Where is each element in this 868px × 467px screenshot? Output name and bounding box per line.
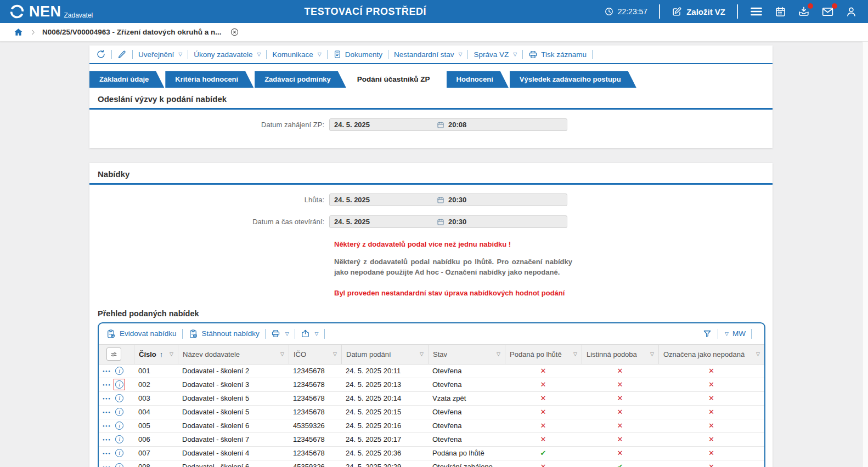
cell-unmarked: ✕ [658, 433, 764, 446]
menu-nestandardni-stav[interactable]: Nestandardní stav ▽ [394, 50, 462, 59]
mail-icon[interactable] [821, 5, 834, 18]
deadline-field[interactable]: 24. 5. 2025 20:30 [329, 193, 567, 206]
cell-paper: ✕ [582, 433, 658, 446]
create-vz-label: Založit VZ [686, 7, 725, 16]
cross-icon: ✕ [708, 367, 714, 375]
column-filter-icon[interactable]: ▽ [570, 351, 577, 357]
column-filter-icon[interactable]: ▽ [277, 351, 284, 357]
user-icon[interactable] [846, 6, 857, 18]
menu-ukony-zadavatele[interactable]: Úkony zadavatele ▽ [194, 50, 261, 59]
calendar-icon[interactable] [437, 196, 444, 204]
calendar-icon[interactable] [437, 121, 444, 129]
print-table-button[interactable]: ▽ [271, 329, 289, 338]
menu-hamburger-icon[interactable] [749, 6, 763, 17]
export-table-button[interactable]: ▽ [301, 329, 319, 338]
column-filter-icon[interactable]: ▽ [647, 351, 654, 357]
column-filter-icon[interactable]: ▽ [330, 351, 337, 357]
environment-title: TESTOVACÍ PROSTŘEDÍ [127, 6, 604, 18]
cell-paper: ✕ [582, 378, 658, 391]
menu-komunikace[interactable]: Komunikace ▽ [272, 50, 321, 59]
tab-5[interactable]: Hodnocení [447, 71, 509, 88]
column-filter-icon[interactable]: ▽ [753, 351, 760, 357]
tab-3[interactable]: Zadávací podmínky [255, 71, 346, 88]
filter-button[interactable] [702, 329, 712, 339]
bids-table-body: ●●●i001Dodavatel - školení 21234567824. … [99, 365, 764, 467]
row-menu-icon[interactable]: ●●● [103, 383, 111, 386]
register-bid-button[interactable]: Evidovat nabídku [106, 329, 177, 339]
close-record-tab-icon[interactable] [230, 27, 239, 37]
cell-ico: 12345678 [289, 433, 341, 446]
column-header-late[interactable]: Podaná po lhůtě▽ [505, 345, 582, 364]
row-info-icon[interactable]: i [114, 447, 125, 459]
table-row[interactable]: ●●●i004Dodavatel - školení 51234567824. … [99, 406, 764, 419]
cell-late: ✔ [505, 447, 582, 460]
cell-late: ✕ [505, 378, 582, 391]
tab-6[interactable]: Výsledek zadávacího postupu [510, 71, 636, 88]
row-info-icon[interactable]: i [114, 462, 125, 467]
cell-ico: 12345678 [289, 392, 341, 405]
column-filter-icon[interactable]: ▽ [416, 351, 424, 357]
cell-ico: 12345678 [289, 365, 341, 378]
toolbar-divider [388, 50, 388, 59]
column-filter-icon[interactable]: ▽ [493, 351, 500, 357]
column-header-ico[interactable]: IČO▽ [289, 345, 341, 364]
table-row[interactable]: ●●●i003Dodavatel - školení 51234567824. … [99, 392, 764, 406]
mw-view-button[interactable]: ▽ MW [724, 329, 746, 338]
row-info-icon[interactable]: i [114, 392, 125, 404]
calendar-icon[interactable] [775, 6, 786, 18]
table-row[interactable]: ●●●i007Dodavatel - školení 41234567824. … [99, 447, 764, 460]
column-header-unmarked[interactable]: Označena jako nepodaná▽ [658, 345, 764, 364]
start-date-field[interactable]: 24. 5. 2025 20:08 [329, 118, 567, 131]
opening-field[interactable]: 24. 5. 2025 20:30 [329, 215, 567, 228]
table-row[interactable]: ●●●i008Dodavatel - školení 64535932624. … [99, 460, 764, 467]
menu-dokumenty[interactable]: Dokumenty [333, 50, 382, 59]
tab-1[interactable]: Základní údaje [89, 71, 164, 88]
history-button[interactable] [96, 49, 106, 59]
cell-num: 001 [134, 365, 178, 378]
row-menu-icon[interactable]: ●●● [103, 411, 111, 414]
menu-uverejneni[interactable]: Uveřejnění ▽ [138, 50, 182, 59]
toolbar-divider [188, 50, 188, 59]
row-menu-icon[interactable]: ●●● [103, 397, 111, 400]
column-header-status[interactable]: Stav▽ [428, 345, 505, 364]
column-header-paper[interactable]: Listinná podoba▽ [582, 345, 658, 364]
bids-block: Nabídky Lhůta: 24. 5. 2025 20:30 Datum a… [89, 163, 773, 467]
cross-icon: ✕ [617, 380, 623, 389]
download-bids-button[interactable]: Stáhnout nabídky [188, 329, 260, 339]
cross-icon: ✕ [708, 380, 714, 389]
row-info-icon[interactable]: i [114, 406, 125, 418]
table-row[interactable]: ●●●i002Dodavatel - školení 31234567824. … [99, 378, 764, 392]
scrollbar[interactable] [862, 42, 868, 467]
cross-icon: ✕ [708, 435, 714, 443]
menu-label: Komunikace [272, 50, 313, 59]
row-menu-icon[interactable]: ●●● [103, 452, 111, 455]
column-header-date[interactable]: Datum podání▽ [341, 345, 428, 364]
row-menu-icon[interactable]: ●●● [103, 424, 111, 428]
downloads-tray-icon[interactable] [798, 5, 810, 18]
row-info-icon[interactable]: i [114, 434, 125, 445]
column-header-num[interactable]: Číslo↑▽ [134, 345, 178, 364]
column-settings-icon[interactable] [106, 348, 121, 361]
row-info-icon[interactable]: i [114, 420, 125, 431]
tab-4[interactable]: Podání účastníků ZP [347, 71, 446, 88]
tab-2[interactable]: Kritéria hodnocení [165, 71, 253, 88]
create-vz-button[interactable]: Založit VZ [672, 7, 725, 17]
cross-icon: ✕ [708, 449, 714, 457]
table-row[interactable]: ●●●i005Dodavatel - školení 64535932624. … [99, 419, 764, 433]
row-menu-icon[interactable]: ●●● [103, 438, 111, 441]
table-row[interactable]: ●●●i006Dodavatel - školení 71234567824. … [99, 433, 764, 447]
breadcrumb-record-tab[interactable]: N006/25/V00004963 - Zřízení datových okr… [42, 28, 221, 36]
row-info-icon[interactable]: i [114, 365, 125, 377]
row-menu-icon[interactable]: ●●● [103, 369, 111, 373]
edit-button[interactable] [117, 50, 127, 59]
menu-sprava-vz[interactable]: Správa VZ ▽ [474, 50, 517, 59]
info-icon: i [115, 422, 123, 430]
menu-tisk-zaznamu[interactable]: Tisk záznamu [528, 50, 587, 59]
column-header-name[interactable]: Název dodavatele▽ [178, 345, 289, 364]
row-info-icon-highlighted[interactable]: i [114, 379, 125, 390]
table-row[interactable]: ●●●i001Dodavatel - školení 21234567824. … [99, 365, 764, 378]
calendar-icon[interactable] [437, 218, 444, 226]
column-filter-icon[interactable]: ▽ [166, 351, 173, 357]
home-icon[interactable] [13, 27, 24, 37]
warning-multiple-bids: Některý z dodavatelů podal více než jedn… [334, 240, 572, 248]
